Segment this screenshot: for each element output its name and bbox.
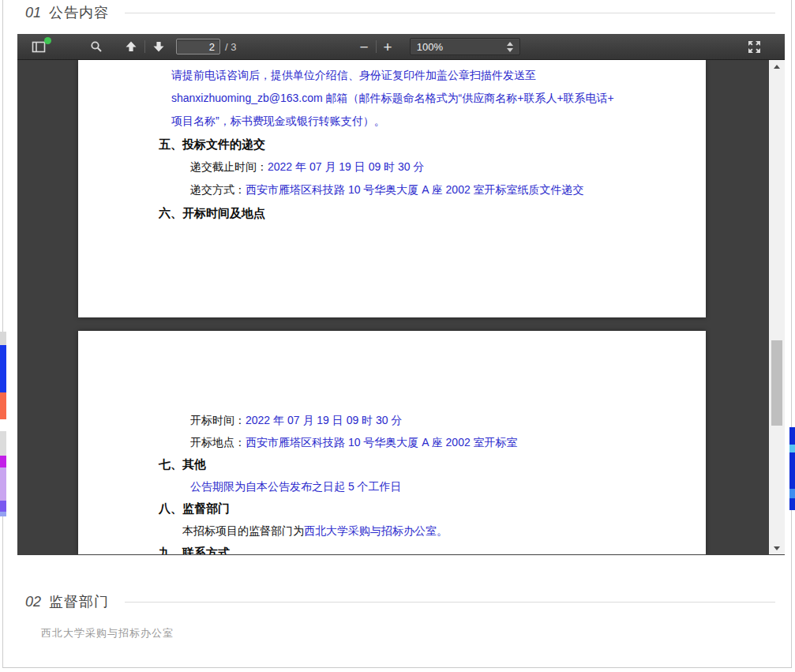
search-button[interactable]: [85, 36, 107, 57]
doc-value: 西北大学采购与招标办公室。: [304, 524, 448, 537]
share-widget-segment[interactable]: [0, 345, 6, 392]
toolbar-separator: [376, 40, 377, 53]
section-number: 01: [25, 5, 41, 21]
zoom-out-icon: −: [359, 39, 368, 54]
doc-value: 2022 年 07 月 19 日 09 时 30 分: [246, 414, 402, 426]
next-page-button[interactable]: [148, 36, 170, 57]
doc-text-line: 开标时间：2022 年 07 月 19 日 09 时 30 分: [78, 409, 706, 431]
doc-label: 递交方式：: [190, 183, 246, 196]
floating-widget-accent: [789, 489, 795, 498]
floating-widget-accent: [789, 445, 795, 452]
doc-text-line: 请提前电话咨询后，提供单位介绍信、身份证复印件加盖公章扫描件发送至: [78, 64, 706, 87]
share-widget-segment[interactable]: [0, 456, 6, 467]
doc-value: 西安市雁塔区科技路 10 号华奥大厦 A 座 2002 室开标室: [246, 436, 518, 449]
section-title: 监督部门: [49, 592, 109, 611]
doc-label: 开标地点：: [190, 436, 246, 449]
fullscreen-icon: [748, 40, 761, 54]
pdf-toolbar: / 3 − + 100%: [17, 34, 785, 60]
doc-text-line: 公告期限为自本公告发布之日起 5 个工作日: [78, 475, 706, 497]
doc-label: 递交截止时间：: [190, 160, 268, 173]
doc-section-heading: 五、投标文件的递交: [78, 133, 706, 156]
sidebar-toggle-button[interactable]: [27, 36, 51, 57]
scroll-up-arrow[interactable]: [769, 60, 785, 73]
section-heading-supervision: 02 监督部门: [25, 592, 775, 611]
sidebar-toggle-icon: [32, 40, 46, 53]
doc-label: 本招标项目的监督部门为: [182, 524, 304, 537]
share-widget-segment[interactable]: [0, 431, 6, 456]
page-count-label: / 3: [225, 41, 236, 53]
heading-divider-line: [125, 13, 775, 13]
doc-text-line: shanxizhuoming_zb@163.com 邮箱（邮件标题命名格式为“供…: [78, 87, 706, 110]
doc-text-line: 项目名称”，标书费现金或银行转账支付）。: [78, 110, 706, 133]
doc-text-line: 开标地点：西安市雁塔区科技路 10 号华奥大厦 A 座 2002 室开标室: [78, 431, 706, 453]
pdf-page-2: 开标时间：2022 年 07 月 19 日 09 时 30 分开标地点：西安市雁…: [78, 331, 706, 554]
doc-section-heading: 八、监督部门: [78, 497, 706, 520]
share-widget-segment[interactable]: [0, 332, 6, 345]
supervision-department-text: 西北大学采购与招标办公室: [41, 626, 174, 640]
left-share-widget[interactable]: [0, 332, 6, 516]
pdf-canvas-area: 请提前电话咨询后，提供单位介绍信、身份证复印件加盖公章扫描件发送至shanxiz…: [17, 60, 785, 554]
fullscreen-button[interactable]: [743, 36, 766, 57]
doc-section-heading: 六、开标时间及地点: [78, 201, 706, 224]
share-widget-segment[interactable]: [0, 392, 6, 419]
notification-dot-icon: [44, 37, 51, 44]
scroll-down-arrow[interactable]: [769, 542, 785, 554]
toolbar-separator: [144, 40, 145, 53]
doc-text-line: 递交方式：西安市雁塔区科技路 10 号华奥大厦 A 座 2002 室开标室纸质文…: [78, 178, 706, 201]
share-widget-segment[interactable]: [0, 501, 6, 512]
scrollbar-thumb[interactable]: [771, 340, 782, 426]
page-number-input[interactable]: [176, 39, 220, 54]
zoom-level-value: 100%: [417, 41, 507, 53]
section-title: 公告内容: [49, 3, 109, 22]
page-up-icon: [125, 40, 137, 53]
doc-value: 西安市雁塔区科技路 10 号华奥大厦 A 座 2002 室开标室纸质文件递交: [246, 183, 584, 196]
zoom-in-icon: +: [384, 39, 392, 54]
heading-divider-line: [125, 602, 775, 603]
previous-page-button[interactable]: [120, 36, 142, 57]
zoom-select-spinner-icon: [507, 42, 513, 52]
content-panel: 01 公告内容: [2, 0, 792, 668]
share-widget-segment[interactable]: [0, 512, 6, 516]
right-floating-widget[interactable]: [789, 427, 795, 510]
share-widget-segment[interactable]: [0, 467, 6, 501]
search-icon: [90, 40, 103, 53]
pdf-scrollbar[interactable]: [769, 60, 785, 554]
page-down-icon: [152, 40, 165, 53]
pdf-page-1: 请提前电话咨询后，提供单位介绍信、身份证复印件加盖公章扫描件发送至shanxiz…: [78, 60, 706, 317]
section-number: 02: [25, 594, 41, 610]
section-heading-announcement: 01 公告内容: [25, 3, 775, 22]
doc-section-heading: 九、联系方式: [78, 542, 706, 554]
doc-text-line: 本招标项目的监督部门为西北大学采购与招标办公室。: [78, 520, 706, 542]
zoom-in-button[interactable]: +: [379, 36, 397, 57]
doc-section-heading: 七、其他: [78, 453, 706, 475]
doc-value: 2022 年 07 月 19 日 09 时 30 分: [268, 160, 424, 173]
doc-label: 开标时间：: [190, 414, 246, 426]
share-widget-segment[interactable]: [0, 419, 6, 431]
doc-text-line: 递交截止时间：2022 年 07 月 19 日 09 时 30 分: [78, 156, 706, 178]
zoom-level-select[interactable]: 100%: [410, 38, 520, 55]
pdf-viewer: / 3 − + 100%: [17, 34, 785, 555]
zoom-out-button[interactable]: −: [354, 36, 373, 57]
